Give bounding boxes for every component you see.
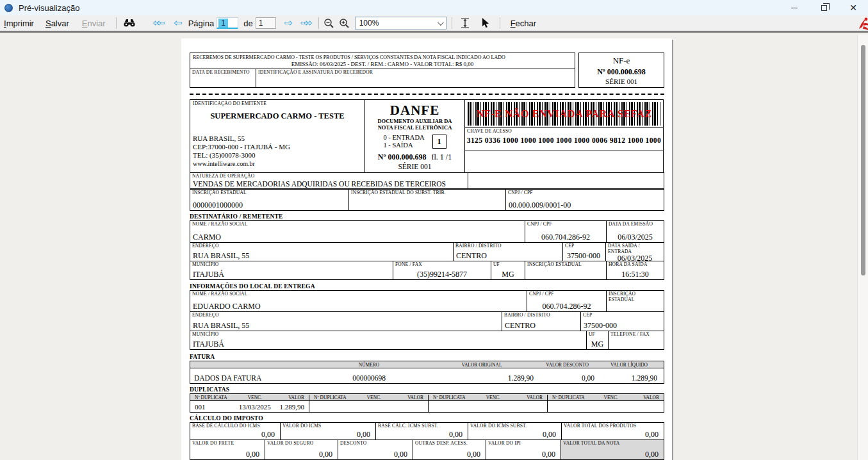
vertical-scrollbar[interactable] bbox=[857, 35, 868, 460]
field-valor-frete: VALOR DO FRETE 0,00 bbox=[190, 439, 265, 460]
close-button[interactable]: ✕ bbox=[839, 0, 868, 15]
save-button[interactable]: Salvar bbox=[43, 17, 72, 29]
zoom-out-icon[interactable] bbox=[323, 17, 336, 29]
fatura-data-row: DADOS DA FATURA 000000698 1.289,90 0,00 … bbox=[190, 368, 664, 383]
app-icon bbox=[4, 4, 13, 12]
find-binoculars-icon[interactable] bbox=[123, 17, 136, 29]
brand-logo-icon bbox=[856, 16, 868, 31]
fatura-numero: 000000698 bbox=[308, 374, 430, 382]
field-label: VALOR DO IPI bbox=[486, 440, 561, 447]
next-page-button[interactable]: ⇨ bbox=[283, 17, 295, 29]
field-base-calc-icms-subst: BASE CÁLC. ICMS SUBST. 0,00 bbox=[375, 422, 468, 440]
field-value: RUA BRASIL, 55 bbox=[190, 322, 502, 331]
close-preview-button[interactable]: Fechar bbox=[508, 17, 539, 29]
page-number-input[interactable]: 1 bbox=[217, 17, 238, 29]
field-label: DATA SAÍDA / ENTRADA bbox=[606, 243, 664, 254]
field-label: FONE / FAX bbox=[393, 261, 491, 268]
fatura-header-row: NÚMERO VALOR ORIGINAL VALOR DESCONTO VAL… bbox=[190, 361, 664, 368]
field-value: CARMO bbox=[190, 233, 525, 242]
header-section: IDENTIFICAÇÃO DO EMITENTE SUPERMERCADO C… bbox=[190, 99, 664, 173]
fit-height-icon[interactable] bbox=[459, 17, 471, 29]
field-fone-fax: FONE / FAX (35)99214-5877 bbox=[393, 261, 491, 280]
scrollbar-thumb[interactable] bbox=[861, 45, 865, 275]
field-data-recebimento: DATA DE RECEBIMENTO bbox=[190, 69, 256, 87]
barcode-box: NF-E NÃO ENVIADA PARA SEFAZ bbox=[464, 99, 664, 128]
recibo-line2: EMISSÃO: 06/03/2025 - DEST. / REM.: CARM… bbox=[190, 60, 575, 69]
imposto-row2: VALOR DO FRETE 0,00 VALOR DO SEGURO 0,00… bbox=[190, 439, 664, 460]
zoom-level-select[interactable]: 100% bbox=[355, 17, 446, 29]
last-page-button[interactable]: ⇨⇨ bbox=[300, 17, 313, 29]
danfe-box: DANFE DOCUMENTO AUXILIAR DA NOTA FISCAL … bbox=[364, 99, 465, 173]
field-label: NOME / RAZÃO SOCIAL bbox=[190, 291, 527, 297]
field-cep: CEP 37500-000 bbox=[562, 242, 606, 261]
field-value: CENTRO bbox=[502, 322, 580, 331]
toolbar-separator bbox=[116, 17, 117, 29]
col-num-duplicata: Nº DUPLICATA bbox=[190, 395, 233, 400]
field-outras-despesas: OUTRAS DESP. ACESS. 0,00 bbox=[413, 439, 486, 460]
field-hora-saida: HORA DA SAÍDA 16:51:30 bbox=[606, 261, 664, 280]
print-button[interactable]: Imprimir bbox=[1, 17, 37, 29]
col-valor: VALOR bbox=[632, 395, 664, 400]
field-label: DATA DE RECEBIMENTO bbox=[190, 69, 256, 76]
duplicata-valor: 1.289,90 bbox=[277, 403, 309, 411]
section-heading-duplicatas: DUPLICATAS bbox=[190, 386, 664, 393]
fatura-header-numero: NÚMERO bbox=[308, 362, 430, 368]
zoom-in-icon[interactable] bbox=[338, 17, 351, 29]
col-num-duplicata: Nº DUPLICATA bbox=[548, 395, 589, 400]
restore-button[interactable] bbox=[809, 0, 839, 15]
field-inscricao-estadual: INSCRIÇÃO ESTADUAL 0000001000000 bbox=[190, 189, 349, 211]
toolbar: Imprimir Salvar Enviar ⇦⇦ ⇦ Página 1 de … bbox=[0, 15, 868, 33]
field-valor-icms-subst: VALOR DO ICMS SUBST. 0,00 bbox=[468, 422, 562, 440]
field-label: VALOR DO ICMS SUBST. bbox=[468, 423, 561, 429]
field-label: HORA DA SAÍDA bbox=[607, 261, 664, 268]
field-value bbox=[609, 349, 664, 349]
field-uf-entrega: UF MG bbox=[586, 331, 609, 350]
barcode-column: NF-E NÃO ENVIADA PARA SEFAZ CHAVE DE ACE… bbox=[464, 99, 664, 173]
page-total-value: 1 bbox=[259, 19, 263, 28]
entrada-saida-labels: 0 - ENTRADA 1 - SAÍDA bbox=[383, 134, 424, 150]
duplicata-entry-empty bbox=[548, 401, 664, 412]
field-label: BASE DE CÁLCULO DO ICMS bbox=[190, 423, 280, 429]
field-value: ITAJUBÁ bbox=[190, 270, 393, 279]
field-value: 0000001000000 bbox=[190, 201, 348, 210]
field-value: CENTRO bbox=[454, 252, 562, 261]
duplicatas-header-group: Nº DUPLICATAVENC.VALOR bbox=[309, 395, 429, 400]
emitente-site: www.intelliware.com.br bbox=[193, 160, 362, 168]
imposto-row1: BASE DE CÁLCULO DO ICMS 0,00 VALOR DO IC… bbox=[190, 422, 664, 440]
field-value: EDUARDO CARMO bbox=[190, 302, 527, 311]
close-icon: ✕ bbox=[849, 3, 857, 12]
entrega-row3: MUNICÍPIO ITAJUBÁ UF MG TELEFONE / FAX bbox=[190, 331, 664, 350]
duplicata-entry-empty bbox=[309, 401, 429, 412]
field-label: NATUREZA DE OPERAÇÃO bbox=[190, 173, 468, 179]
minimize-button[interactable] bbox=[780, 0, 809, 15]
field-value: RUA BRASIL, 55 bbox=[190, 252, 453, 261]
col-valor: VALOR bbox=[396, 395, 428, 400]
natureza-row: NATUREZA DE OPERAÇÃO VENDAS DE MERCADORI… bbox=[190, 172, 664, 189]
recibo-line1: RECEBEMOS DE SUPERMERCADO CARMO - TESTE … bbox=[190, 53, 575, 60]
field-valor-total-produtos: VALOR TOTAL DOS PRODUTOS 0,00 bbox=[561, 422, 664, 440]
nfe-serie: SÉRIE 001 bbox=[579, 78, 664, 85]
field-label: VALOR TOTAL DA NOTA bbox=[561, 440, 664, 447]
emitente-cep: CEP:37000-000 - ITAJUBÁ - MG bbox=[193, 143, 362, 151]
first-page-button[interactable]: ⇦⇦ bbox=[152, 17, 165, 29]
field-label: MUNICÍPIO bbox=[190, 261, 393, 268]
previous-page-button[interactable]: ⇦ bbox=[172, 17, 184, 29]
of-label: de bbox=[243, 19, 252, 28]
title-bar: Pré-visualização ✕ bbox=[0, 0, 868, 15]
danfe-saida: 1 - SAÍDA bbox=[383, 142, 424, 150]
recibo-box: RECEBEMOS DE SUPERMERCADO CARMO - TESTE … bbox=[190, 53, 575, 88]
fiscal-row: INSCRIÇÃO ESTADUAL 0000001000000 INSCRIÇ… bbox=[190, 189, 664, 211]
page-total-field[interactable]: 1 bbox=[256, 17, 276, 29]
field-value: 0,00 bbox=[468, 431, 561, 439]
field-cnpj-cpf-entrega: CNPJ / CPF 060.704.286-92 bbox=[527, 290, 607, 312]
select-cursor-icon[interactable] bbox=[479, 17, 492, 29]
danfe-page: RECEBEMOS DE SUPERMERCADO CARMO - TESTE … bbox=[181, 38, 672, 460]
field-label: ENDEREÇO bbox=[190, 312, 502, 318]
field-municipio: MUNICÍPIO ITAJUBÁ bbox=[190, 261, 393, 280]
field-label: CNPJ / CPF bbox=[506, 190, 664, 196]
field-cnpj-cpf: CNPJ / CPF 060.704.286-92 bbox=[525, 220, 607, 243]
field-label: VALOR TOTAL DOS PRODUTOS bbox=[562, 423, 664, 429]
duplicata-entry: 00113/03/20251.289,90 bbox=[190, 401, 309, 412]
col-venc: VENC. bbox=[233, 395, 277, 400]
page-label: Página bbox=[188, 19, 214, 28]
